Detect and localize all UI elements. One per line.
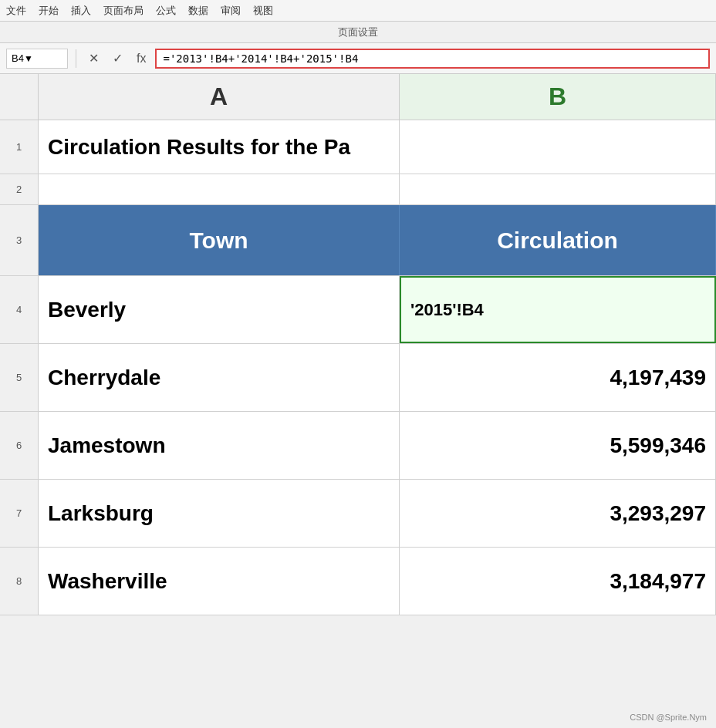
cell-8b[interactable]: 3,184,977 bbox=[400, 548, 716, 615]
cell-3a-town[interactable]: Town bbox=[39, 205, 400, 275]
row-num-header bbox=[0, 74, 39, 120]
cell-8a-value: Washerville bbox=[48, 569, 167, 594]
cell-4a-value: Beverly bbox=[48, 298, 126, 322]
cell-6a-value: Jamestown bbox=[48, 433, 166, 458]
spreadsheet: 1 Circulation Results for the Pa 2 3 Tow… bbox=[0, 120, 716, 615]
cell-6b-value: 5,599,346 bbox=[610, 433, 706, 458]
confirm-button[interactable]: ✓ bbox=[108, 49, 127, 67]
table-row: 8 Washerville 3,184,977 bbox=[0, 548, 716, 615]
cell-7a[interactable]: Larksburg bbox=[39, 480, 400, 547]
formula-bar-input[interactable] bbox=[155, 49, 710, 69]
formula-bar-container bbox=[155, 49, 710, 69]
cell-2b[interactable] bbox=[400, 174, 716, 204]
confirm-icon: ✓ bbox=[113, 51, 123, 66]
cell-name-dropdown-icon[interactable]: ▼ bbox=[24, 53, 33, 64]
table-row: 4 Beverly '2015'!B4 bbox=[0, 276, 716, 344]
cell-5b[interactable]: 4,197,439 bbox=[400, 344, 716, 411]
toolbar-separator-1 bbox=[76, 49, 76, 68]
fx-button[interactable]: fx bbox=[132, 50, 150, 67]
cell-8a[interactable]: Washerville bbox=[39, 548, 400, 615]
table-row: 5 Cherrydale 4,197,439 bbox=[0, 344, 716, 412]
row-num-6: 6 bbox=[0, 412, 39, 479]
table-row: 1 Circulation Results for the Pa bbox=[0, 120, 716, 174]
formula-toolbar: B4 ▼ ✕ ✓ fx bbox=[0, 43, 716, 74]
cell-5b-value: 4,197,439 bbox=[610, 366, 706, 390]
cell-name-box[interactable]: B4 ▼ bbox=[6, 49, 68, 69]
page-setup-bar: 页面设置 bbox=[0, 22, 716, 43]
menu-item-page-layout[interactable]: 页面布局 bbox=[103, 4, 144, 18]
menu-item-data[interactable]: 数据 bbox=[188, 4, 208, 18]
cell-5a[interactable]: Cherrydale bbox=[39, 344, 400, 411]
table-row: 7 Larksburg 3,293,297 bbox=[0, 480, 716, 548]
watermark: CSDN @Sprite.Nym bbox=[630, 713, 707, 722]
menu-item-review[interactable]: 审阅 bbox=[221, 4, 241, 18]
column-headers: A B bbox=[0, 74, 716, 120]
menu-item-formula[interactable]: 公式 bbox=[156, 4, 176, 18]
row-num-3: 3 bbox=[0, 205, 39, 275]
table-row: 2 bbox=[0, 174, 716, 205]
column-a-label: A bbox=[210, 83, 228, 111]
row-num-7: 7 bbox=[0, 480, 39, 547]
menu-item-home[interactable]: 开始 bbox=[39, 4, 59, 18]
column-header-a[interactable]: A bbox=[39, 74, 400, 120]
cell-1a-value: Circulation Results for the Pa bbox=[48, 135, 350, 160]
cell-6b[interactable]: 5,599,346 bbox=[400, 412, 716, 479]
cell-3b-circulation[interactable]: Circulation bbox=[400, 205, 716, 275]
column-header-b[interactable]: B bbox=[400, 74, 716, 120]
column-b-label: B bbox=[549, 83, 566, 111]
row-num-4: 4 bbox=[0, 276, 39, 343]
menu-item-insert[interactable]: 插入 bbox=[71, 4, 91, 18]
table-row: 6 Jamestown 5,599,346 bbox=[0, 412, 716, 480]
cell-5a-value: Cherrydale bbox=[48, 366, 160, 390]
circulation-header: Circulation bbox=[497, 228, 618, 254]
cell-2a[interactable] bbox=[39, 174, 400, 204]
menu-bar: 文件 开始 插入 页面布局 公式 数据 审阅 视图 bbox=[0, 0, 716, 22]
fx-icon: fx bbox=[137, 52, 146, 66]
cell-6a[interactable]: Jamestown bbox=[39, 412, 400, 479]
page-setup-label: 页面设置 bbox=[338, 25, 378, 39]
cell-reference: B4 bbox=[12, 52, 24, 64]
cancel-icon: ✕ bbox=[89, 51, 99, 66]
row-num-8: 8 bbox=[0, 548, 39, 615]
cell-4b-value: '2015'!B4 bbox=[410, 300, 484, 320]
menu-item-file[interactable]: 文件 bbox=[6, 4, 26, 18]
row-num-1: 1 bbox=[0, 120, 39, 174]
menu-item-view[interactable]: 视图 bbox=[253, 4, 273, 18]
cell-7a-value: Larksburg bbox=[48, 501, 154, 526]
cell-8b-value: 3,184,977 bbox=[610, 569, 706, 594]
row-num-2: 2 bbox=[0, 174, 39, 204]
table-row: 3 Town Circulation bbox=[0, 205, 716, 276]
row-num-5: 5 bbox=[0, 344, 39, 411]
town-header: Town bbox=[189, 228, 248, 254]
cell-1a[interactable]: Circulation Results for the Pa bbox=[39, 120, 400, 174]
cell-7b[interactable]: 3,293,297 bbox=[400, 480, 716, 547]
cell-1b[interactable] bbox=[400, 120, 716, 174]
cell-4a[interactable]: Beverly bbox=[39, 276, 400, 343]
watermark-text: CSDN @Sprite.Nym bbox=[630, 713, 707, 722]
cancel-button[interactable]: ✕ bbox=[84, 49, 103, 67]
cell-7b-value: 3,293,297 bbox=[610, 501, 706, 526]
cell-4b[interactable]: '2015'!B4 bbox=[400, 276, 716, 343]
